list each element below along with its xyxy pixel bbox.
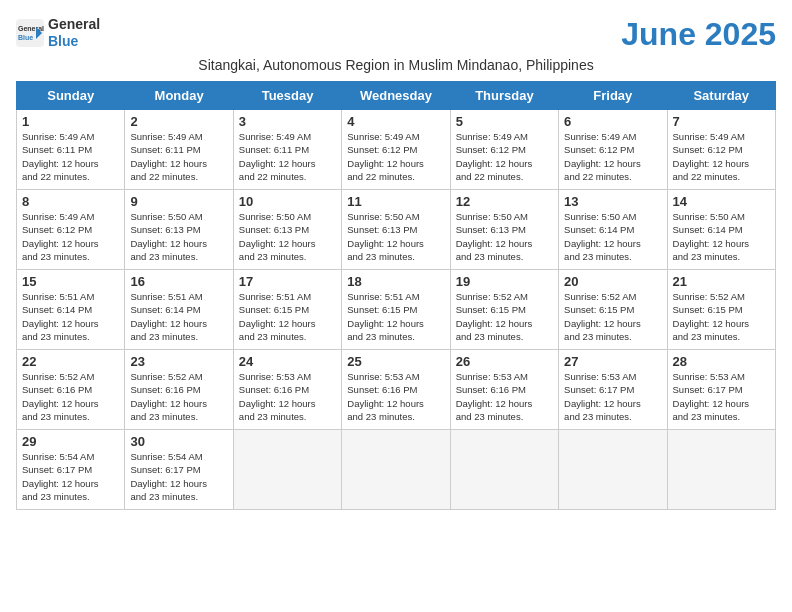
calendar-cell: 8Sunrise: 5:49 AM Sunset: 6:12 PM Daylig… — [17, 190, 125, 270]
day-info: Sunrise: 5:52 AM Sunset: 6:16 PM Dayligh… — [130, 370, 227, 423]
calendar-table: SundayMondayTuesdayWednesdayThursdayFrid… — [16, 81, 776, 510]
day-number: 10 — [239, 194, 336, 209]
calendar-cell: 12Sunrise: 5:50 AM Sunset: 6:13 PM Dayli… — [450, 190, 558, 270]
day-number: 23 — [130, 354, 227, 369]
day-info: Sunrise: 5:53 AM Sunset: 6:16 PM Dayligh… — [456, 370, 553, 423]
day-number: 27 — [564, 354, 661, 369]
calendar-cell: 19Sunrise: 5:52 AM Sunset: 6:15 PM Dayli… — [450, 270, 558, 350]
day-info: Sunrise: 5:53 AM Sunset: 6:16 PM Dayligh… — [347, 370, 444, 423]
day-number: 19 — [456, 274, 553, 289]
calendar-cell: 9Sunrise: 5:50 AM Sunset: 6:13 PM Daylig… — [125, 190, 233, 270]
calendar-cell: 13Sunrise: 5:50 AM Sunset: 6:14 PM Dayli… — [559, 190, 667, 270]
calendar-cell: 2Sunrise: 5:49 AM Sunset: 6:11 PM Daylig… — [125, 110, 233, 190]
svg-text:General: General — [18, 25, 44, 32]
day-info: Sunrise: 5:50 AM Sunset: 6:14 PM Dayligh… — [564, 210, 661, 263]
day-number: 18 — [347, 274, 444, 289]
day-number: 17 — [239, 274, 336, 289]
weekday-header-thursday: Thursday — [450, 82, 558, 110]
day-info: Sunrise: 5:52 AM Sunset: 6:15 PM Dayligh… — [564, 290, 661, 343]
day-number: 6 — [564, 114, 661, 129]
logo-blue: Blue — [48, 33, 100, 50]
day-number: 28 — [673, 354, 770, 369]
day-info: Sunrise: 5:49 AM Sunset: 6:11 PM Dayligh… — [239, 130, 336, 183]
day-number: 12 — [456, 194, 553, 209]
weekday-header-wednesday: Wednesday — [342, 82, 450, 110]
day-info: Sunrise: 5:50 AM Sunset: 6:14 PM Dayligh… — [673, 210, 770, 263]
day-info: Sunrise: 5:50 AM Sunset: 6:13 PM Dayligh… — [347, 210, 444, 263]
calendar-subtitle: Sitangkai, Autonomous Region in Muslim M… — [16, 57, 776, 73]
weekday-header-saturday: Saturday — [667, 82, 775, 110]
day-info: Sunrise: 5:49 AM Sunset: 6:11 PM Dayligh… — [22, 130, 119, 183]
day-info: Sunrise: 5:54 AM Sunset: 6:17 PM Dayligh… — [22, 450, 119, 503]
day-number: 11 — [347, 194, 444, 209]
day-number: 30 — [130, 434, 227, 449]
svg-text:Blue: Blue — [18, 34, 33, 41]
calendar-cell: 6Sunrise: 5:49 AM Sunset: 6:12 PM Daylig… — [559, 110, 667, 190]
calendar-cell: 22Sunrise: 5:52 AM Sunset: 6:16 PM Dayli… — [17, 350, 125, 430]
day-number: 9 — [130, 194, 227, 209]
day-number: 5 — [456, 114, 553, 129]
calendar-cell: 16Sunrise: 5:51 AM Sunset: 6:14 PM Dayli… — [125, 270, 233, 350]
day-info: Sunrise: 5:50 AM Sunset: 6:13 PM Dayligh… — [456, 210, 553, 263]
day-number: 21 — [673, 274, 770, 289]
calendar-cell: 26Sunrise: 5:53 AM Sunset: 6:16 PM Dayli… — [450, 350, 558, 430]
calendar-cell: 11Sunrise: 5:50 AM Sunset: 6:13 PM Dayli… — [342, 190, 450, 270]
day-number: 22 — [22, 354, 119, 369]
logo-general: General — [48, 16, 100, 33]
day-number: 2 — [130, 114, 227, 129]
calendar-cell: 23Sunrise: 5:52 AM Sunset: 6:16 PM Dayli… — [125, 350, 233, 430]
calendar-cell: 25Sunrise: 5:53 AM Sunset: 6:16 PM Dayli… — [342, 350, 450, 430]
logo: General Blue General Blue — [16, 16, 100, 50]
day-number: 16 — [130, 274, 227, 289]
weekday-header-friday: Friday — [559, 82, 667, 110]
weekday-header-monday: Monday — [125, 82, 233, 110]
calendar-cell: 3Sunrise: 5:49 AM Sunset: 6:11 PM Daylig… — [233, 110, 341, 190]
day-number: 3 — [239, 114, 336, 129]
day-info: Sunrise: 5:51 AM Sunset: 6:15 PM Dayligh… — [239, 290, 336, 343]
day-number: 24 — [239, 354, 336, 369]
day-info: Sunrise: 5:53 AM Sunset: 6:17 PM Dayligh… — [673, 370, 770, 423]
day-info: Sunrise: 5:49 AM Sunset: 6:12 PM Dayligh… — [564, 130, 661, 183]
calendar-cell: 4Sunrise: 5:49 AM Sunset: 6:12 PM Daylig… — [342, 110, 450, 190]
day-number: 8 — [22, 194, 119, 209]
calendar-cell — [667, 430, 775, 510]
day-number: 14 — [673, 194, 770, 209]
day-info: Sunrise: 5:54 AM Sunset: 6:17 PM Dayligh… — [130, 450, 227, 503]
day-info: Sunrise: 5:49 AM Sunset: 6:12 PM Dayligh… — [347, 130, 444, 183]
day-info: Sunrise: 5:53 AM Sunset: 6:17 PM Dayligh… — [564, 370, 661, 423]
day-number: 29 — [22, 434, 119, 449]
day-info: Sunrise: 5:51 AM Sunset: 6:15 PM Dayligh… — [347, 290, 444, 343]
calendar-cell — [342, 430, 450, 510]
weekday-header-tuesday: Tuesday — [233, 82, 341, 110]
calendar-cell — [233, 430, 341, 510]
day-number: 15 — [22, 274, 119, 289]
day-number: 26 — [456, 354, 553, 369]
calendar-cell: 1Sunrise: 5:49 AM Sunset: 6:11 PM Daylig… — [17, 110, 125, 190]
calendar-cell: 10Sunrise: 5:50 AM Sunset: 6:13 PM Dayli… — [233, 190, 341, 270]
day-info: Sunrise: 5:51 AM Sunset: 6:14 PM Dayligh… — [130, 290, 227, 343]
calendar-cell: 28Sunrise: 5:53 AM Sunset: 6:17 PM Dayli… — [667, 350, 775, 430]
calendar-cell: 7Sunrise: 5:49 AM Sunset: 6:12 PM Daylig… — [667, 110, 775, 190]
calendar-cell — [450, 430, 558, 510]
day-info: Sunrise: 5:51 AM Sunset: 6:14 PM Dayligh… — [22, 290, 119, 343]
day-info: Sunrise: 5:50 AM Sunset: 6:13 PM Dayligh… — [130, 210, 227, 263]
calendar-cell: 17Sunrise: 5:51 AM Sunset: 6:15 PM Dayli… — [233, 270, 341, 350]
calendar-cell — [559, 430, 667, 510]
calendar-cell: 21Sunrise: 5:52 AM Sunset: 6:15 PM Dayli… — [667, 270, 775, 350]
day-number: 13 — [564, 194, 661, 209]
calendar-cell: 27Sunrise: 5:53 AM Sunset: 6:17 PM Dayli… — [559, 350, 667, 430]
day-info: Sunrise: 5:52 AM Sunset: 6:15 PM Dayligh… — [673, 290, 770, 343]
day-info: Sunrise: 5:49 AM Sunset: 6:12 PM Dayligh… — [22, 210, 119, 263]
calendar-cell: 15Sunrise: 5:51 AM Sunset: 6:14 PM Dayli… — [17, 270, 125, 350]
calendar-cell: 5Sunrise: 5:49 AM Sunset: 6:12 PM Daylig… — [450, 110, 558, 190]
day-info: Sunrise: 5:52 AM Sunset: 6:16 PM Dayligh… — [22, 370, 119, 423]
day-number: 7 — [673, 114, 770, 129]
month-title: June 2025 — [621, 16, 776, 53]
day-info: Sunrise: 5:52 AM Sunset: 6:15 PM Dayligh… — [456, 290, 553, 343]
calendar-cell: 29Sunrise: 5:54 AM Sunset: 6:17 PM Dayli… — [17, 430, 125, 510]
calendar-cell: 18Sunrise: 5:51 AM Sunset: 6:15 PM Dayli… — [342, 270, 450, 350]
day-number: 25 — [347, 354, 444, 369]
day-info: Sunrise: 5:50 AM Sunset: 6:13 PM Dayligh… — [239, 210, 336, 263]
day-number: 20 — [564, 274, 661, 289]
calendar-cell: 14Sunrise: 5:50 AM Sunset: 6:14 PM Dayli… — [667, 190, 775, 270]
